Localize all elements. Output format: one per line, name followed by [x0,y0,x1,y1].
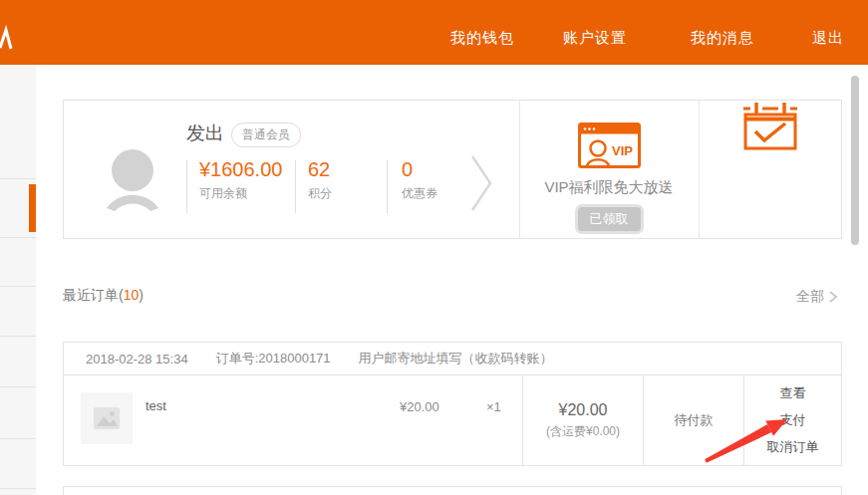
points-value: 62 [308,157,332,182]
calendar-check-icon [742,138,798,155]
next-order-card-partial [63,486,842,495]
nav-logout[interactable]: 退出 [812,29,844,48]
title-prefix: 最近订单( [63,287,124,303]
order-card: 2018-02-28 15:34 订单号:2018000171 用户邮寄地址填写… [63,342,842,466]
user-summary-card: 发出 普通会员 ¥1606.00 可用余额 62 积分 0 优惠券 VIP [63,100,842,239]
order-note: 用户邮寄地址填写（收款码转账） [359,350,553,368]
stat-divider [387,160,388,213]
stat-divider [186,160,187,213]
member-level-badge: 普通会员 [231,123,301,147]
stat-coupons[interactable]: 0 优惠券 [402,157,437,202]
cancel-order-link[interactable]: 取消订单 [767,438,819,456]
sidebar-active-indicator [29,184,36,232]
order-count: 10 [124,287,140,303]
coupons-label: 优惠券 [402,185,437,202]
order-header-row: 2018-02-28 15:34 订单号:2018000171 用户邮寄地址填写… [64,343,841,375]
order-actions-cell: 查看 支付 取消订单 [744,375,841,465]
view-order-link[interactable]: 查看 [780,384,806,402]
vip-icon-text: VIP [612,143,633,158]
balance-label: 可用余额 [199,185,298,202]
item-quantity: ×1 [486,399,501,414]
order-number: 订单号:2018000171 [216,350,331,368]
product-thumbnail[interactable] [81,392,133,444]
sidebar-divider [0,286,36,287]
top-navbar: 我的钱包 账户设置 我的消息 退出 [0,0,868,65]
item-unit-price: ¥20.00 [400,399,439,414]
view-all-label: 全部 [796,288,824,306]
sidebar-divider [0,438,36,439]
avatar[interactable] [104,144,161,218]
order-body-row: test ¥20.00 ×1 ¥20.00 (含运费¥0.00) 待付款 查看 … [64,375,841,465]
coupons-value: 0 [402,157,437,182]
stat-divider [295,160,296,213]
order-datetime: 2018-02-28 15:34 [86,352,188,367]
image-placeholder-icon [94,407,120,429]
sidebar-divider [0,386,36,387]
vip-promo-title: VIP福利限免大放送 [519,178,699,197]
claimed-button[interactable]: 已领取 [578,207,641,231]
points-label: 积分 [308,185,332,202]
item-name[interactable]: test [145,398,166,413]
sidebar-divider [0,336,36,337]
title-suffix: ) [139,287,144,303]
sidebar-divider [0,178,36,179]
signin-calendar-block[interactable] [699,101,841,238]
chevron-right-icon[interactable] [470,153,494,217]
sidebar-divider [0,237,36,238]
pay-order-link[interactable]: 支付 [780,411,806,429]
shipping-note: (含运费¥0.00) [546,423,620,440]
order-total-cell: ¥20.00 (含运费¥0.00) [523,375,643,465]
vertical-scrollbar[interactable] [851,76,859,245]
stat-balance[interactable]: ¥1606.00 可用余额 [199,157,298,202]
recent-orders-title: 最近订单(10) [63,287,144,305]
nav-account-settings[interactable]: 账户设置 [563,29,627,48]
order-total: ¥20.00 [559,401,608,419]
site-logo-icon [0,22,14,56]
collapsed-sidebar[interactable] [0,65,36,495]
vip-promo-block[interactable]: VIP VIP福利限免大放送 已领取 [519,101,699,238]
view-all-orders-link[interactable]: 全部 [796,288,838,306]
nav-my-wallet[interactable]: 我的钱包 [450,29,514,48]
nav-my-messages[interactable]: 我的消息 [691,29,754,48]
username: 发出 [186,121,224,146]
sidebar-divider [0,488,36,489]
chevron-right-icon [828,290,838,304]
balance-value: ¥1606.00 [199,157,298,182]
vip-browser-icon: VIP [519,123,699,172]
order-status: 待付款 [644,375,743,465]
stat-points[interactable]: 62 积分 [308,157,332,202]
